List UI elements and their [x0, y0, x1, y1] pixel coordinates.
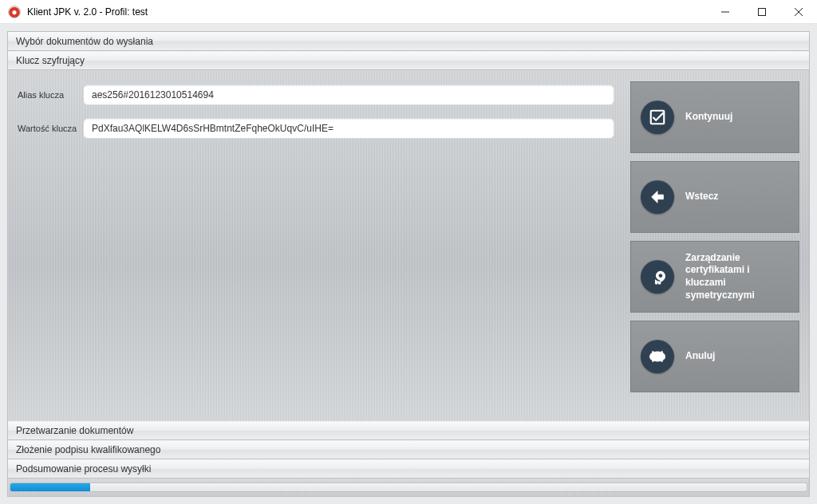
back-button[interactable]: Wstecz	[630, 161, 799, 233]
window-title: Klient JPK v. 2.0 - Profil: test	[27, 6, 148, 18]
section-signature[interactable]: Złożenie podpisu kwalifikowanego	[8, 440, 809, 459]
section-summary[interactable]: Podsumowanie procesu wysyłki	[8, 459, 809, 478]
back-label: Wstecz	[685, 191, 789, 203]
arrow-left-icon	[641, 180, 674, 214]
progress-area	[8, 478, 809, 496]
side-buttons: Kontynuuj Wstecz	[624, 70, 809, 421]
svg-rect-1	[651, 111, 665, 124]
check-icon	[641, 100, 674, 134]
continue-label: Kontynuuj	[685, 111, 789, 124]
section-label: Klucz szyfrujący	[16, 55, 85, 66]
form-area: Alias klucza Wartość klucza	[8, 70, 624, 421]
certs-label: Zarządzanie certyfikatami i kluczami sym…	[685, 252, 789, 301]
section-processing[interactable]: Przetwarzanie dokumentów	[8, 421, 809, 440]
alias-label: Alias klucza	[18, 90, 83, 100]
svg-rect-0	[759, 8, 766, 15]
alias-input[interactable]	[83, 85, 614, 105]
content-row: Alias klucza Wartość klucza	[8, 70, 809, 421]
cancel-button[interactable]: Anuluj	[630, 321, 799, 392]
maximize-button[interactable]	[744, 0, 780, 24]
value-input[interactable]	[83, 118, 614, 139]
section-encryption-key[interactable]: Klucz szyfrujący	[8, 51, 809, 70]
value-label: Wartość klucza	[18, 124, 83, 133]
cancel-label: Anuluj	[685, 350, 789, 363]
row-key-alias: Alias klucza	[18, 85, 614, 105]
close-button[interactable]	[780, 0, 817, 24]
progress-fill	[10, 483, 90, 491]
progress-bar	[10, 482, 807, 492]
minimize-button[interactable]	[707, 0, 744, 24]
section-label: Przetwarzanie dokumentów	[16, 425, 133, 436]
row-key-value: Wartość klucza	[18, 118, 614, 139]
section-label: Podsumowanie procesu wysyłki	[16, 463, 151, 474]
section-document-selection[interactable]: Wybór dokumentów do wysłania	[8, 32, 809, 51]
key-icon	[641, 260, 674, 293]
window-body: Wybór dokumentów do wysłania Klucz szyfr…	[0, 24, 817, 504]
section-label: Złożenie podpisu kwalifikowanego	[16, 444, 160, 455]
app-icon	[8, 6, 21, 18]
manage-certs-button[interactable]: Zarządzanie certyfikatami i kluczami sym…	[630, 241, 799, 313]
cancel-icon	[641, 340, 674, 373]
continue-button[interactable]: Kontynuuj	[630, 81, 799, 153]
section-label: Wybór dokumentów do wysłania	[16, 36, 153, 47]
titlebar: Klient JPK v. 2.0 - Profil: test	[0, 0, 817, 24]
